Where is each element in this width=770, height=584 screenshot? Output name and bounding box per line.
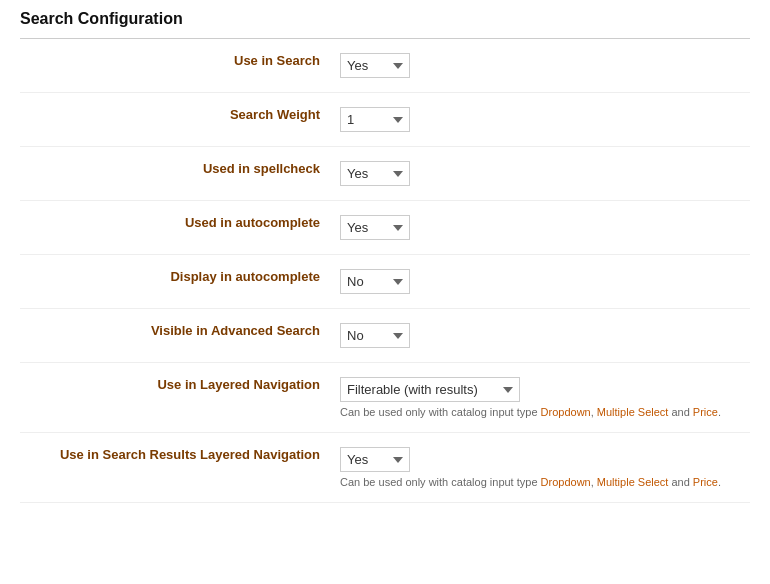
note-use-in-search-results-layered-navigation: Can be used only with catalog input type… xyxy=(340,476,740,488)
input-cell-visible-in-advanced-search: YesNo xyxy=(330,309,750,363)
row-visible-in-advanced-search: Visible in Advanced SearchYesNo xyxy=(20,309,750,363)
select-used-in-spellcheck[interactable]: YesNo xyxy=(340,161,410,186)
select-use-in-layered-navigation[interactable]: NoFilterable (with results)Filterable (n… xyxy=(340,377,520,402)
row-used-in-spellcheck: Used in spellcheckYesNo xyxy=(20,147,750,201)
label-search-weight: Search Weight xyxy=(20,93,330,147)
select-display-in-autocomplete[interactable]: YesNo xyxy=(340,269,410,294)
row-use-in-search: Use in SearchYesNo xyxy=(20,39,750,93)
note-use-in-layered-navigation: Can be used only with catalog input type… xyxy=(340,406,740,418)
select-search-weight[interactable]: 12345678910 xyxy=(340,107,410,132)
label-use-in-search: Use in Search xyxy=(20,39,330,93)
row-use-in-search-results-layered-navigation: Use in Search Results Layered Navigation… xyxy=(20,433,750,503)
search-config-form: Use in SearchYesNoSearch Weight123456789… xyxy=(20,39,750,503)
select-use-in-search-results-layered-navigation[interactable]: YesNo xyxy=(340,447,410,472)
label-use-in-search-results-layered-navigation: Use in Search Results Layered Navigation xyxy=(20,433,330,503)
select-visible-in-advanced-search[interactable]: YesNo xyxy=(340,323,410,348)
row-used-in-autocomplete: Used in autocompleteYesNo xyxy=(20,201,750,255)
input-cell-use-in-layered-navigation: NoFilterable (with results)Filterable (n… xyxy=(330,363,750,433)
select-use-in-search[interactable]: YesNo xyxy=(340,53,410,78)
label-used-in-autocomplete: Used in autocomplete xyxy=(20,201,330,255)
section-title: Search Configuration xyxy=(20,10,750,39)
select-used-in-autocomplete[interactable]: YesNo xyxy=(340,215,410,240)
label-used-in-spellcheck: Used in spellcheck xyxy=(20,147,330,201)
label-use-in-layered-navigation: Use in Layered Navigation xyxy=(20,363,330,433)
input-cell-search-weight: 12345678910 xyxy=(330,93,750,147)
row-display-in-autocomplete: Display in autocompleteYesNo xyxy=(20,255,750,309)
row-search-weight: Search Weight12345678910 xyxy=(20,93,750,147)
input-cell-use-in-search-results-layered-navigation: YesNoCan be used only with catalog input… xyxy=(330,433,750,503)
label-display-in-autocomplete: Display in autocomplete xyxy=(20,255,330,309)
label-visible-in-advanced-search: Visible in Advanced Search xyxy=(20,309,330,363)
input-cell-used-in-autocomplete: YesNo xyxy=(330,201,750,255)
input-cell-use-in-search: YesNo xyxy=(330,39,750,93)
row-use-in-layered-navigation: Use in Layered NavigationNoFilterable (w… xyxy=(20,363,750,433)
input-cell-used-in-spellcheck: YesNo xyxy=(330,147,750,201)
input-cell-display-in-autocomplete: YesNo xyxy=(330,255,750,309)
